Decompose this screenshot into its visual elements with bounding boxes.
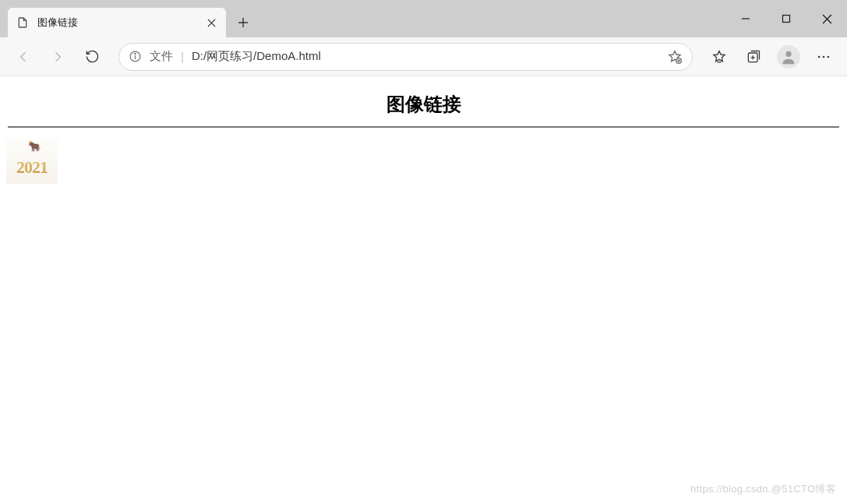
svg-point-7 <box>818 55 821 58</box>
page-title: 图像链接 <box>0 92 847 117</box>
svg-point-3 <box>135 53 136 54</box>
favorites-button[interactable] <box>704 43 735 71</box>
svg-rect-0 <box>783 16 790 23</box>
svg-point-9 <box>828 55 830 58</box>
window-controls <box>725 0 847 37</box>
close-window-button[interactable] <box>806 0 847 37</box>
page-content: 图像链接 🐂 2021 <box>0 76 847 187</box>
svg-point-6 <box>785 51 791 56</box>
toolbar: 文件 | D:/网页练习/DemoA.html <box>0 37 847 76</box>
address-divider: | <box>181 50 184 63</box>
collections-button[interactable] <box>738 43 769 71</box>
profile-avatar[interactable] <box>777 45 800 69</box>
maximize-button[interactable] <box>766 0 806 37</box>
more-menu-button[interactable] <box>808 43 839 71</box>
horizontal-rule <box>8 126 839 128</box>
forward-button[interactable] <box>42 43 73 71</box>
minimize-button[interactable] <box>725 0 766 37</box>
back-button[interactable] <box>8 43 39 71</box>
file-icon <box>16 16 30 30</box>
tab-title: 图像链接 <box>37 16 196 30</box>
info-icon[interactable] <box>129 50 142 63</box>
url-scheme-label: 文件 <box>150 49 173 64</box>
address-bar[interactable]: 文件 | D:/网页练习/DemoA.html <box>118 43 693 71</box>
url-text: D:/网页练习/DemoA.html <box>192 49 659 64</box>
svg-point-8 <box>823 55 825 58</box>
watermark-text: https://blog.csdn.@51CTO博客 <box>690 482 836 496</box>
title-bar: 图像链接 <box>0 0 847 37</box>
image-year-text: 2021 <box>6 157 58 178</box>
refresh-button[interactable] <box>76 43 108 71</box>
new-tab-button[interactable] <box>231 10 256 35</box>
add-favorite-button[interactable] <box>667 49 683 65</box>
ox-icon: 🐂 <box>28 140 41 152</box>
image-link[interactable]: 🐂 2021 <box>6 137 58 184</box>
close-tab-button[interactable] <box>204 16 218 30</box>
browser-tab[interactable]: 图像链接 <box>8 8 226 37</box>
linked-image: 🐂 2021 <box>6 137 58 184</box>
